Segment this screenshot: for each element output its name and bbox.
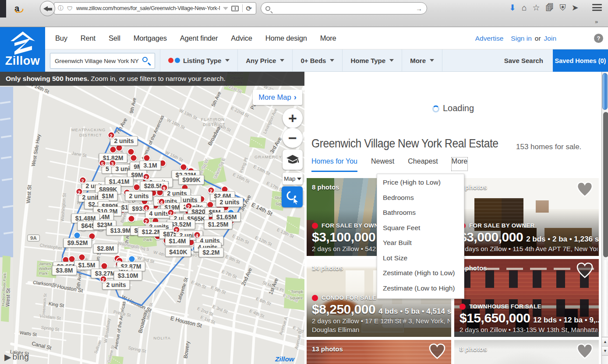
reload-icon[interactable]: ⟳: [246, 4, 252, 13]
price-chip[interactable]: $1.4M: [165, 236, 190, 246]
window-scrollbar[interactable]: ▲ ▼: [601, 72, 608, 364]
sort-menu-item[interactable]: Square Feet: [377, 220, 464, 236]
download-icon[interactable]: ⬇: [509, 3, 516, 13]
shield-icon[interactable]: 🛡: [67, 5, 73, 12]
filter-dropdown[interactable]: 0+ Beds: [293, 49, 343, 71]
nav-item[interactable]: Buy: [55, 34, 67, 42]
clipboard-icon[interactable]: 🗐: [545, 3, 554, 13]
filter-dropdown[interactable]: Any Price: [238, 49, 293, 71]
favorite-heart-icon[interactable]: [576, 343, 594, 360]
scrollbar-track[interactable]: [602, 260, 608, 336]
url-text[interactable]: www.zillow.com/homes/for_sale/Greenwich-…: [76, 5, 220, 11]
cluster-badge: 2: [185, 203, 192, 210]
sort-menu-item[interactable]: Bedrooms: [377, 190, 464, 206]
price-chip[interactable]: 2 units: [110, 136, 138, 146]
filter-dropdown[interactable]: More: [402, 49, 442, 71]
home-icon[interactable]: ⌂: [522, 3, 527, 13]
bookmarks-overflow-icon[interactable]: »: [595, 18, 597, 25]
caret-down-icon: [225, 59, 230, 62]
sort-tab[interactable]: More: [452, 158, 467, 171]
sort-menu-item[interactable]: Lot Size: [377, 251, 464, 266]
listing-marker[interactable]: [133, 184, 141, 191]
urlbar-dropdown-icon[interactable]: [223, 7, 228, 10]
map[interactable]: W 14th St9th AveW 16th StW 17th StW 21st…: [0, 72, 304, 364]
address-bar[interactable]: ⓘ 🛡 www.zillow.com/homes/for_sale/Greenw…: [54, 2, 256, 14]
favorite-heart-icon[interactable]: [576, 182, 594, 198]
price-chip[interactable]: 2 units: [216, 197, 243, 207]
zoom-in-button[interactable]: +: [283, 108, 303, 128]
back-button[interactable]: ←: [40, 1, 55, 16]
nav-item[interactable]: Advice: [231, 34, 252, 42]
price-chip[interactable]: $3.10M: [114, 271, 142, 280]
sign-in-link[interactable]: Sign in: [511, 35, 531, 42]
listing-marker[interactable]: [78, 254, 86, 261]
nav-item[interactable]: More: [320, 34, 336, 42]
listing-card[interactable]: 8 photos FOR SALE BY OWNER $3,000,0002 b…: [454, 178, 599, 256]
price-chip[interactable]: $2.2M: [199, 248, 224, 257]
scroll-down-button[interactable]: ▼: [602, 346, 608, 356]
listing-marker[interactable]: [130, 154, 138, 162]
location-search-icon[interactable]: [142, 57, 148, 62]
nav-item[interactable]: Mortgages: [134, 34, 167, 42]
layers-icon: [286, 154, 299, 166]
price-chip[interactable]: $999K: [178, 175, 204, 185]
filter-dropdown[interactable]: Listing Type: [160, 49, 238, 71]
price-chip[interactable]: $2.8M: [93, 244, 118, 253]
park-label: Park: [143, 237, 152, 242]
sort-menu-item[interactable]: Bathrooms: [377, 205, 464, 220]
park-label: Park: [39, 271, 48, 276]
price-chip[interactable]: $3.8M: [52, 266, 77, 275]
scrollbar-thumb-inner[interactable]: [603, 112, 608, 257]
send-icon[interactable]: ➤: [572, 3, 579, 13]
map-style-button[interactable]: Map: [283, 173, 303, 185]
save-search-button[interactable]: Save Search: [504, 49, 543, 71]
zoom-out-button[interactable]: −: [283, 128, 303, 148]
location-search-input[interactable]: [50, 53, 155, 69]
zillow-map-logo: Zillow: [275, 355, 294, 363]
redo-search-button[interactable]: [282, 186, 303, 207]
scrollbar-thumb-aqua[interactable]: [602, 73, 608, 110]
join-link[interactable]: Join: [544, 35, 556, 42]
price-chip[interactable]: 2 units: [102, 280, 130, 290]
sort-tab[interactable]: Newest: [371, 158, 394, 172]
listing-marker[interactable]: [128, 215, 135, 223]
sort-tab[interactable]: Cheapest: [408, 158, 438, 172]
price-chip[interactable]: 2 units: [125, 191, 152, 201]
amazon-favicon-icon[interactable]: a: [14, 4, 24, 13]
reader-mode-icon[interactable]: [231, 6, 239, 11]
listing-card[interactable]: 8 photos: [454, 340, 599, 364]
price-chip[interactable]: $9.52M: [64, 238, 92, 248]
sort-tab[interactable]: Homes for You: [311, 158, 357, 172]
price-chip[interactable]: $410K: [165, 247, 191, 257]
price-chip[interactable]: 3.1M: [139, 161, 161, 170]
sort-menu-item[interactable]: Zestimate (High to Low): [377, 266, 464, 281]
bookmark-star-icon[interactable]: ☆: [532, 3, 540, 13]
price-chip[interactable]: $1.25M: [204, 220, 233, 229]
map-layers-button[interactable]: [283, 150, 303, 170]
filter-dropdown[interactable]: Home Type: [343, 49, 402, 71]
browser-search-field[interactable]: →: [261, 2, 427, 14]
search-go-icon[interactable]: →: [416, 5, 422, 12]
help-icon[interactable]: ?: [594, 34, 603, 43]
favorite-heart-icon[interactable]: [428, 343, 446, 360]
nav-item[interactable]: Home design: [265, 34, 307, 42]
sort-menu-item[interactable]: Zestimate (Low to High): [377, 281, 464, 296]
sort-menu-item[interactable]: Price (High to Low): [377, 175, 464, 190]
nav-item[interactable]: Agent finder: [180, 34, 218, 42]
page-info-icon[interactable]: ⓘ: [58, 4, 64, 12]
nav-item[interactable]: Rent: [81, 34, 95, 42]
listing-meta: 4 bds • 5 ba • 4,514 s...: [378, 307, 451, 315]
zillow-logo[interactable]: Zillow: [0, 27, 45, 72]
scroll-up-button[interactable]: ▲: [602, 337, 608, 346]
favorite-heart-icon[interactable]: [576, 262, 594, 279]
pocket-shield-icon[interactable]: ⛨: [559, 3, 566, 13]
saved-homes-button[interactable]: Saved Homes (0): [553, 49, 608, 72]
listing-marker[interactable]: [180, 164, 187, 171]
menu-icon[interactable]: [592, 4, 602, 12]
more-map-button[interactable]: More Map›: [253, 90, 302, 105]
advertise-link[interactable]: Advertise: [475, 35, 504, 42]
listing-card[interactable]: 8 photos TOWNHOUSE FOR SALE $15,650,0001…: [454, 259, 599, 337]
listing-card[interactable]: 13 photos: [307, 340, 451, 364]
nav-item[interactable]: Sell: [109, 34, 120, 42]
sort-menu-item[interactable]: Year Built: [377, 235, 464, 251]
